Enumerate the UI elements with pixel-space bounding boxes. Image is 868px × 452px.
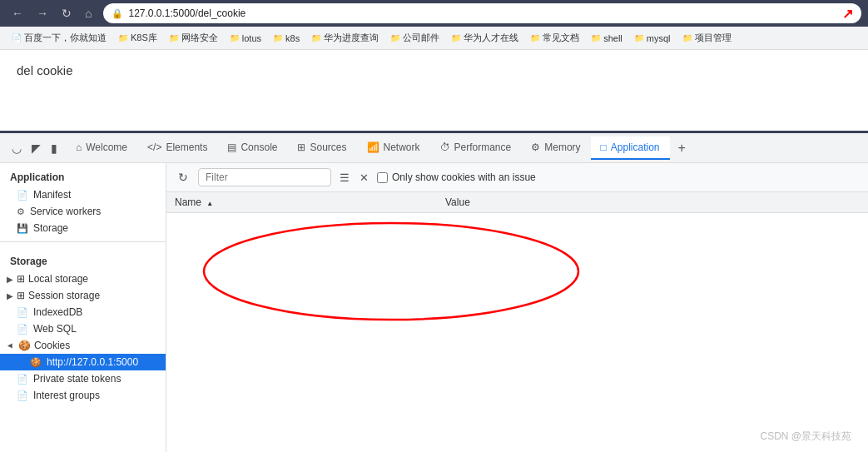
tab-network-label: Network (384, 142, 420, 153)
application-icon: □ (601, 142, 607, 153)
svg-point-0 (204, 223, 578, 320)
col-value-label: Value (445, 196, 470, 208)
devtools-tabbar: ◡ ◤ ▮ ⌂ Welcome </> Elements ▤ Console ⊞… (0, 133, 868, 163)
bookmark-k8s[interactable]: 📁 K8S库 (113, 29, 162, 47)
clear-all-button[interactable]: ☰ (338, 170, 351, 186)
refresh-button[interactable]: ↻ (57, 3, 77, 23)
folder-icon: 📁 (451, 33, 461, 42)
cookies-toolbar: ↻ ☰ ✕ Only show cookies with an issue (166, 163, 868, 192)
memory-icon: ⚙ (531, 142, 540, 153)
col-name[interactable]: Name ▲ (166, 192, 437, 213)
add-tab-button[interactable]: + (670, 136, 694, 161)
bookmark-label: 百度一下，你就知道 (24, 32, 107, 44)
sort-arrow-icon: ▲ (206, 200, 213, 207)
device-toolbar-button[interactable]: ◤ (27, 137, 46, 160)
tab-performance-label: Performance (454, 142, 512, 153)
home-button[interactable]: ⌂ (80, 3, 97, 23)
tab-sources[interactable]: ⊞ Sources (287, 137, 356, 160)
web-sql-icon: 📄 (17, 324, 28, 335)
back-button[interactable]: ← (7, 3, 28, 23)
tab-elements[interactable]: </> Elements (137, 137, 217, 160)
sidebar-section-application: Application (0, 163, 166, 186)
sidebar-item-manifest[interactable]: 📄 Manifest (0, 186, 166, 203)
tab-application[interactable]: □ Application (591, 137, 670, 160)
bookmark-mail[interactable]: 📁 公司邮件 (385, 29, 444, 47)
storage-icon: 💾 (17, 223, 28, 234)
delete-button[interactable]: ✕ (358, 170, 370, 186)
address-bar-wrap[interactable]: 🔒 ↗ (103, 3, 861, 23)
baidu-icon: 📄 (12, 33, 22, 42)
toggle-panel-button[interactable]: ▮ (46, 137, 62, 160)
bookmark-label: k8s (285, 33, 300, 43)
welcome-icon: ⌂ (76, 142, 82, 153)
bookmark-docs[interactable]: 📁 常见文档 (525, 29, 584, 47)
expand-arrow-session-storage: ▶ (7, 291, 13, 301)
expand-arrow-cookies: ▼ (6, 341, 15, 350)
tab-welcome-label: Welcome (86, 142, 127, 153)
sidebar-item-interest-groups-label: Interest groups (33, 390, 100, 401)
folder-icon: 📁 (591, 33, 601, 42)
bookmark-huawei[interactable]: 📁 华为进度查询 (306, 29, 384, 47)
inspect-element-button[interactable]: ◡ (7, 137, 27, 160)
sidebar-item-service-workers[interactable]: ⚙ Service workers (0, 203, 166, 220)
forward-button[interactable]: → (32, 3, 53, 23)
col-value: Value (437, 192, 868, 213)
sidebar-item-service-workers-label: Service workers (30, 206, 101, 217)
sidebar-item-cookies[interactable]: ▼ 🍪 Cookies (0, 337, 166, 354)
sidebar-item-storage-label: Storage (33, 222, 68, 234)
table-header-row: Name ▲ Value (166, 192, 868, 213)
bookmark-huawei-talent[interactable]: 📁 华为人才在线 (446, 29, 523, 47)
col-name-label: Name (175, 196, 201, 208)
tab-welcome[interactable]: ⌂ Welcome (66, 137, 137, 160)
tab-console[interactable]: ▤ Console (217, 137, 287, 160)
sidebar-item-web-sql[interactable]: 📄 Web SQL (0, 320, 166, 337)
bookmark-security[interactable]: 📁 网络安全 (164, 29, 223, 47)
sidebar-item-local-storage-label: Local storage (28, 273, 88, 285)
csdn-watermark: CSDN @景天科技苑 (760, 430, 851, 444)
bookmark-k8s2[interactable]: 📁 k8s (268, 31, 305, 46)
sidebar-item-interest-groups[interactable]: 📄 Interest groups (0, 387, 166, 404)
folder-icon: 📁 (118, 33, 128, 42)
bookmark-mysql[interactable]: 📁 mysql (629, 31, 676, 46)
cookies-table-wrap: Name ▲ Value (166, 192, 868, 452)
bookmark-label: lotus (242, 33, 261, 43)
bookmark-shell[interactable]: 📁 shell (586, 31, 627, 46)
bookmark-label: 华为进度查询 (324, 32, 379, 44)
tab-performance[interactable]: ⏱ Performance (430, 137, 522, 160)
network-icon: 📶 (367, 142, 379, 153)
bookmark-lotus[interactable]: 📁 lotus (225, 31, 266, 46)
filter-input[interactable] (198, 168, 331, 186)
tab-elements-label: Elements (166, 142, 207, 153)
devtools-panel: ◡ ◤ ▮ ⌂ Welcome </> Elements ▤ Console ⊞… (0, 133, 868, 452)
sidebar-item-web-sql-label: Web SQL (33, 323, 77, 335)
sidebar-item-local-storage[interactable]: ▶ ⊞ Local storage (0, 271, 166, 287)
sources-icon: ⊞ (297, 142, 305, 153)
only-issues-label[interactable]: Only show cookies with an issue (377, 171, 536, 183)
tab-network[interactable]: 📶 Network (357, 137, 430, 160)
bookmark-label: shell (603, 33, 622, 43)
sidebar-item-indexeddb[interactable]: 📄 IndexedDB (0, 304, 166, 320)
sidebar-item-private-state-tokens-label: Private state tokens (33, 373, 121, 385)
refresh-cookies-button[interactable]: ↻ (175, 169, 191, 186)
title-bar: ← → ↻ ⌂ 🔒 ↗ (0, 0, 868, 27)
sidebar-item-cookies-label: Cookies (34, 340, 70, 351)
sidebar-item-cookies-origin[interactable]: 🍪 http://127.0.0.1:5000 (0, 354, 166, 370)
cookies-table: Name ▲ Value (166, 192, 868, 213)
bookmark-label: mysql (647, 33, 671, 43)
sidebar-item-indexeddb-label: IndexedDB (33, 306, 82, 318)
indexeddb-icon: 📄 (17, 307, 28, 318)
folder-icon: 📁 (311, 33, 321, 42)
bookmark-label: K8S库 (131, 32, 157, 44)
only-issues-text: Only show cookies with an issue (392, 171, 536, 183)
address-bar[interactable] (128, 7, 836, 19)
red-arrow: ↗ (842, 6, 853, 22)
lock-icon: 🔒 (112, 8, 123, 19)
folder-icon: 📁 (169, 33, 179, 42)
bookmark-project[interactable]: 📁 项目管理 (677, 29, 737, 47)
sidebar-item-private-state-tokens[interactable]: 📄 Private state tokens (0, 370, 166, 387)
sidebar-item-storage[interactable]: 💾 Storage (0, 220, 166, 236)
only-issues-checkbox[interactable] (377, 172, 388, 183)
bookmark-baidu[interactable]: 📄 百度一下，你就知道 (7, 29, 112, 47)
tab-memory[interactable]: ⚙ Memory (521, 137, 590, 160)
sidebar-item-session-storage[interactable]: ▶ ⊞ Session storage (0, 287, 166, 304)
